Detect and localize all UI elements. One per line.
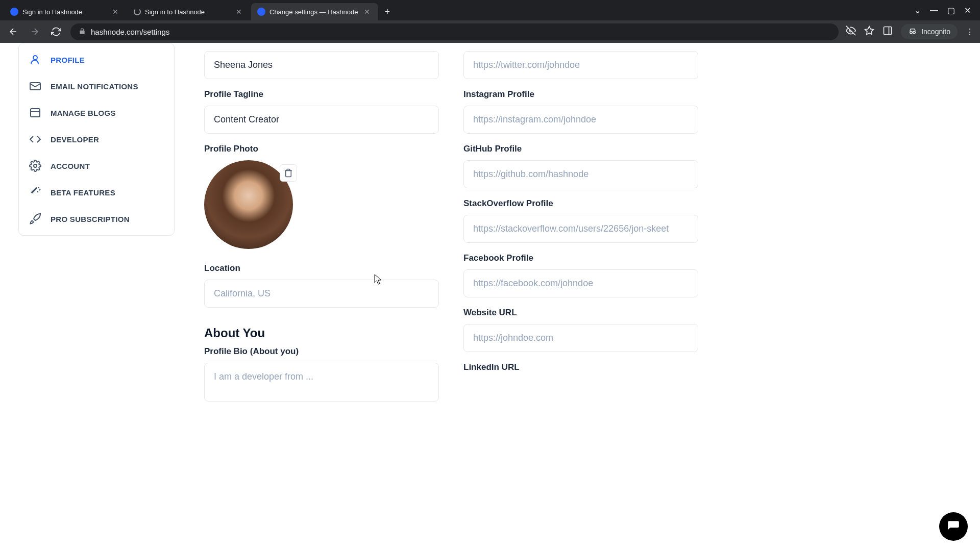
sidebar-item-label: PRO SUBSCRIPTION <box>51 215 130 223</box>
layout-icon <box>29 107 41 119</box>
incognito-label: Incognito <box>921 28 950 36</box>
eye-off-icon[interactable] <box>846 26 856 38</box>
chat-widget-button[interactable] <box>939 512 968 541</box>
svg-rect-7 <box>31 109 40 117</box>
svg-point-9 <box>34 164 37 167</box>
sidebar-item-developer[interactable]: DEVELOPER <box>19 126 174 153</box>
incognito-icon <box>908 27 917 36</box>
menu-icon[interactable]: ⋮ <box>966 27 974 37</box>
new-tab-button[interactable]: + <box>379 4 395 20</box>
sidebar-item-email-notifications[interactable]: EMAIL NOTIFICATIONS <box>19 73 174 99</box>
address-bar[interactable]: hashnode.com/settings <box>70 23 839 40</box>
browser-tab-strip: Sign in to Hashnode ✕ Sign in to Hashnod… <box>0 0 980 20</box>
sidebar-item-account[interactable]: ACCOUNT <box>19 153 174 179</box>
sidebar-item-manage-blogs[interactable]: MANAGE BLOGS <box>19 99 174 126</box>
delete-photo-button[interactable] <box>280 164 297 182</box>
browser-tab[interactable]: Sign in to Hashnode ✕ <box>128 3 250 20</box>
window-controls: ⌄ — ▢ ✕ <box>909 0 976 20</box>
minimize-icon[interactable]: — <box>930 6 938 15</box>
browser-tab[interactable]: Change settings — Hashnode ✕ <box>251 3 378 20</box>
reload-button[interactable] <box>49 24 63 39</box>
browser-toolbar: hashnode.com/settings Incognito ⋮ <box>0 20 980 43</box>
trash-icon <box>284 168 293 178</box>
lock-icon <box>79 28 86 36</box>
bookmark-star-icon[interactable] <box>864 26 874 38</box>
gear-icon <box>29 160 41 172</box>
code-icon <box>29 133 41 145</box>
browser-tab[interactable]: Sign in to Hashnode ✕ <box>4 3 127 20</box>
website-input[interactable] <box>463 324 698 352</box>
svg-point-5 <box>33 56 37 60</box>
svg-marker-0 <box>865 27 874 35</box>
close-tab-icon[interactable]: ✕ <box>110 7 120 17</box>
facebook-input[interactable] <box>463 269 698 297</box>
location-label: Location <box>204 263 439 273</box>
bio-label: Profile Bio (About you) <box>204 346 439 357</box>
forward-button[interactable] <box>28 24 42 39</box>
incognito-badge[interactable]: Incognito <box>901 24 958 39</box>
sidebar-item-label: BETA FEATURES <box>51 188 115 197</box>
sidebar-item-label: PROFILE <box>51 56 85 64</box>
full-name-input[interactable] <box>204 51 439 79</box>
stackoverflow-input[interactable] <box>463 215 698 243</box>
loading-favicon-icon <box>134 8 141 15</box>
twitter-input[interactable] <box>463 51 698 79</box>
svg-point-4 <box>913 31 916 34</box>
side-panel-icon[interactable] <box>883 26 893 38</box>
back-button[interactable] <box>6 24 20 39</box>
url-text: hashnode.com/settings <box>91 28 169 36</box>
close-tab-icon[interactable]: ✕ <box>234 7 244 17</box>
tab-title: Change settings — Hashnode <box>270 8 358 16</box>
settings-sidebar: PROFILE EMAIL NOTIFICATIONS MANAGE BLOGS… <box>0 43 184 551</box>
photo-label: Profile Photo <box>204 144 439 154</box>
tagline-label: Profile Tagline <box>204 89 439 99</box>
mail-icon <box>29 80 41 92</box>
tab-dropdown-icon[interactable]: ⌄ <box>914 6 921 15</box>
sidebar-item-profile[interactable]: PROFILE <box>19 46 174 73</box>
stackoverflow-label: StackOverflow Profile <box>463 198 698 209</box>
close-window-icon[interactable]: ✕ <box>964 6 971 15</box>
wand-icon <box>29 186 41 198</box>
chat-icon <box>947 520 960 533</box>
tab-title: Sign in to Hashnode <box>22 8 106 16</box>
linkedin-label: LinkedIn URL <box>463 362 698 372</box>
hashnode-favicon-icon <box>10 8 18 16</box>
sidebar-item-pro-subscription[interactable]: PRO SUBSCRIPTION <box>19 206 174 232</box>
facebook-label: Facebook Profile <box>463 253 698 263</box>
social-column: Instagram Profile GitHub Profile StackOv… <box>463 47 698 551</box>
maximize-icon[interactable]: ▢ <box>947 6 955 15</box>
sidebar-item-label: DEVELOPER <box>51 135 99 144</box>
instagram-input[interactable] <box>463 106 698 134</box>
svg-rect-1 <box>884 27 892 35</box>
sidebar-item-beta-features[interactable]: BETA FEATURES <box>19 179 174 206</box>
hashnode-favicon-icon <box>257 8 265 16</box>
basic-info-column: Profile Tagline Profile Photo Location A… <box>204 47 439 551</box>
user-icon <box>29 54 41 66</box>
sidebar-item-label: MANAGE BLOGS <box>51 109 116 117</box>
tab-title: Sign in to Hashnode <box>145 8 230 16</box>
github-input[interactable] <box>463 160 698 188</box>
instagram-label: Instagram Profile <box>463 89 698 99</box>
sidebar-item-label: ACCOUNT <box>51 162 90 170</box>
svg-point-3 <box>910 31 913 34</box>
website-label: Website URL <box>463 308 698 318</box>
sidebar-item-label: EMAIL NOTIFICATIONS <box>51 82 138 91</box>
close-tab-icon[interactable]: ✕ <box>362 7 372 17</box>
github-label: GitHub Profile <box>463 144 698 154</box>
settings-form: Profile Tagline Profile Photo Location A… <box>184 43 980 551</box>
rocket-icon <box>29 213 41 225</box>
tagline-input[interactable] <box>204 106 439 134</box>
location-input[interactable] <box>204 280 439 308</box>
bio-textarea[interactable] <box>204 363 439 402</box>
about-heading: About You <box>204 326 439 340</box>
